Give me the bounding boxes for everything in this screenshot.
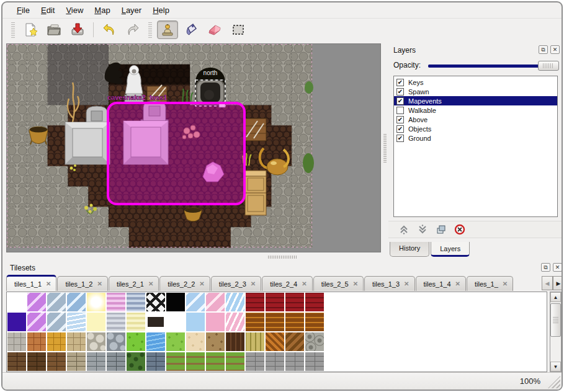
palette-tile-r3c1[interactable]: [27, 352, 47, 372]
layer-row-mapevents[interactable]: ✔Mapevents: [394, 96, 557, 105]
palette-tile-r3c15[interactable]: [305, 352, 325, 372]
tileset-tab-tiles_2_5[interactable]: tiles_2_5✕: [313, 276, 364, 291]
tab-close-icon[interactable]: ✕: [148, 280, 153, 287]
tab-close-icon[interactable]: ✕: [503, 280, 508, 287]
palette-tile-r3c3[interactable]: [66, 352, 86, 372]
tab-close-icon[interactable]: ✕: [353, 280, 358, 287]
palette-tile-r3c4[interactable]: [86, 352, 106, 372]
tab-scroll-left-button[interactable]: ◀: [542, 276, 553, 290]
tileset-tab-tiles_1_3[interactable]: tiles_1_3✕: [364, 276, 414, 291]
vertical-splitter[interactable]: [381, 43, 388, 252]
layer-checkbox[interactable]: ✔: [396, 116, 404, 123]
map-selection[interactable]: [108, 103, 244, 204]
palette-tile-r0c1[interactable]: [27, 292, 47, 312]
palette-tile-r1c15[interactable]: [305, 312, 325, 332]
tileset-tab-tiles_1_[interactable]: tiles_1_✕: [467, 276, 513, 291]
tab-close-icon[interactable]: ✕: [46, 280, 51, 287]
tileset-tab-tiles_1_2[interactable]: tiles_1_2✕: [57, 276, 107, 291]
palette-tile-r0c13[interactable]: [265, 292, 285, 312]
palette-tile-r3c5[interactable]: [106, 352, 126, 372]
palette-tile-r3c9[interactable]: [186, 352, 205, 372]
undo-button[interactable]: [99, 20, 120, 39]
tileset-tab-tiles_2_1[interactable]: tiles_2_1✕: [109, 276, 159, 291]
palette-tile-r2c10[interactable]: [205, 332, 225, 352]
tab-scroll-right-button[interactable]: ▶: [553, 276, 563, 290]
palette-tile-r0c8[interactable]: [166, 292, 186, 312]
palette-tile-r1c9[interactable]: [186, 312, 205, 332]
menu-layer[interactable]: Layer: [116, 4, 148, 17]
layer-checkbox[interactable]: ✔: [396, 79, 404, 86]
menu-edit[interactable]: Edit: [35, 4, 60, 17]
palette-tile-r2c9[interactable]: [186, 332, 205, 352]
layer-checkbox[interactable]: ✔: [396, 125, 404, 133]
map-viewport[interactable]: north: [6, 43, 381, 252]
toolbar-grip-2[interactable]: [148, 22, 152, 38]
layer-checkbox[interactable]: ✔: [396, 135, 404, 142]
palette-tile-r3c11[interactable]: [225, 352, 245, 372]
palette-tile-r1c2[interactable]: [47, 312, 66, 332]
palette-tile-r3c12[interactable]: [245, 352, 265, 372]
tab-close-icon[interactable]: ✕: [199, 280, 204, 287]
palette-tile-r2c11[interactable]: [225, 332, 245, 352]
map-canvas[interactable]: north: [7, 44, 380, 252]
scroll-up-button[interactable]: ▲: [550, 292, 561, 302]
palette-tile-r2c6[interactable]: [126, 332, 146, 352]
menu-help[interactable]: Help: [147, 4, 175, 17]
palette-tile-r0c5[interactable]: [106, 292, 126, 312]
layer-checkbox[interactable]: ✔: [396, 97, 404, 105]
palette-tile-r1c10[interactable]: [205, 312, 225, 332]
open-button[interactable]: [43, 20, 65, 39]
palette-tile-r2c15[interactable]: [305, 332, 325, 352]
palette-tile-r2c1[interactable]: [27, 332, 47, 352]
menu-map[interactable]: Map: [89, 4, 115, 17]
tileset-tab-tiles_1_1[interactable]: tiles_1_1✕: [6, 275, 56, 291]
layers-close-icon[interactable]: ✕: [550, 45, 560, 54]
layer-row-objects[interactable]: ✔Objects: [394, 124, 557, 133]
palette-tile-r1c1[interactable]: [27, 312, 47, 332]
palette-tile-r0c14[interactable]: [285, 292, 305, 312]
menu-file[interactable]: File: [11, 4, 35, 17]
palette-tile-r3c2[interactable]: [47, 352, 66, 372]
tileset-tab-tiles_2_4[interactable]: tiles_2_4✕: [262, 276, 312, 291]
tilesets-float-icon[interactable]: ⧉: [541, 263, 550, 272]
vertical-splitter-handle[interactable]: [383, 134, 387, 163]
palette-tile-r2c0[interactable]: [7, 332, 27, 352]
palette-tile-r2c12[interactable]: [245, 332, 265, 352]
palette-tile-r0c2[interactable]: [47, 292, 66, 312]
palette-tile-r1c4[interactable]: [86, 312, 106, 332]
tab-close-icon[interactable]: ✕: [455, 280, 460, 287]
opacity-slider[interactable]: [428, 60, 559, 72]
dock-tab-layers[interactable]: Layers: [431, 242, 470, 257]
palette-tile-r1c8[interactable]: [166, 312, 186, 332]
palette-tile-r2c14[interactable]: [285, 332, 305, 352]
tilesets-close-icon[interactable]: ✕: [553, 263, 562, 272]
palette-tile-r3c6[interactable]: [126, 352, 146, 372]
save-button[interactable]: [67, 20, 88, 39]
toolbar-grip[interactable]: [11, 22, 15, 38]
palette-tile-r3c14[interactable]: [285, 352, 305, 372]
palette-tile-r1c12[interactable]: [245, 312, 265, 332]
tileset-tab-tiles_1_4[interactable]: tiles_1_4✕: [416, 276, 466, 291]
palette-tile-r0c4[interactable]: [86, 292, 106, 312]
palette-tile-r3c10[interactable]: [205, 352, 225, 372]
stamp-tool-button[interactable]: [157, 20, 178, 39]
palette-tile-r0c7[interactable]: [146, 292, 166, 312]
palette-tile-r0c10[interactable]: [205, 292, 225, 312]
palette-tile-r0c12[interactable]: [245, 292, 265, 312]
palette-tile-r2c8[interactable]: [166, 332, 186, 352]
tile-palette[interactable]: [6, 292, 547, 372]
palette-tile-r1c3[interactable]: [66, 312, 86, 332]
palette-tile-r0c3[interactable]: [66, 292, 86, 312]
palette-tile-r3c8[interactable]: [166, 352, 186, 372]
tab-close-icon[interactable]: ✕: [404, 280, 409, 287]
palette-tile-r2c13[interactable]: [265, 332, 285, 352]
layer-checkbox[interactable]: [396, 107, 404, 114]
tileset-tab-tiles_2_2[interactable]: tiles_2_2✕: [159, 276, 210, 291]
palette-tile-r2c2[interactable]: [47, 332, 66, 352]
layer-row-ground[interactable]: ✔Ground: [394, 133, 557, 143]
palette-tile-r1c11[interactable]: [225, 312, 245, 332]
palette-tile-r0c9[interactable]: [186, 292, 205, 312]
palette-tile-r2c5[interactable]: [106, 332, 126, 352]
palette-tile-r1c5[interactable]: [106, 312, 126, 332]
lower-layer-button[interactable]: [414, 223, 431, 236]
